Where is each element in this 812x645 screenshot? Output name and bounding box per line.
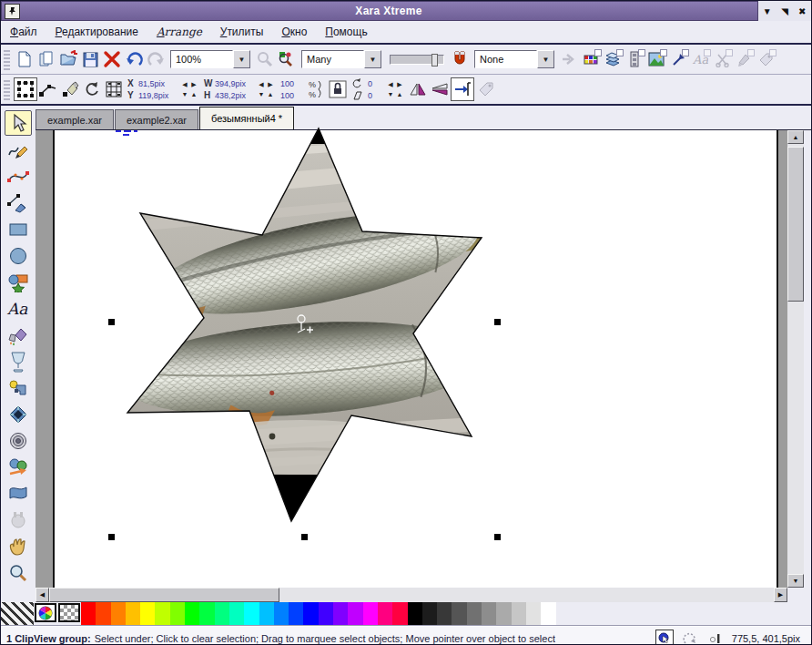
horizontal-scrollbar[interactable]: ◀ ▶ <box>36 588 811 602</box>
live-drag-indicator-icon[interactable] <box>655 630 674 645</box>
pin-icon[interactable] <box>5 4 20 19</box>
effect-value[interactable]: None <box>474 50 537 68</box>
quality-value[interactable]: Many <box>301 50 364 68</box>
zoom-tool[interactable] <box>5 561 31 585</box>
blend-tool[interactable] <box>5 456 31 479</box>
menu-item-5[interactable]: Окно <box>281 26 307 38</box>
push-arrow-icon[interactable] <box>558 48 580 70</box>
quality-slider-handle[interactable] <box>431 54 438 67</box>
palette-swatch-11[interactable] <box>229 602 244 625</box>
menu-item-6[interactable]: Помощь <box>325 26 367 38</box>
rotate-value[interactable]: 0 <box>368 79 381 88</box>
document-tab-2[interactable]: example2.xar <box>115 109 198 129</box>
shape-editor-tool[interactable] <box>5 165 31 189</box>
apply-name-tag-icon[interactable] <box>474 78 496 100</box>
save-button[interactable] <box>79 48 101 70</box>
undo-button[interactable] <box>123 48 145 70</box>
bevel-tool[interactable] <box>5 403 31 426</box>
palette-swatch-20[interactable] <box>363 602 378 625</box>
name-gallery-button[interactable] <box>755 48 776 70</box>
palette-swatch-15[interactable] <box>289 602 303 625</box>
snap-indicator-icon[interactable] <box>681 630 699 645</box>
previous-zoom-button[interactable] <box>254 48 276 70</box>
menu-item-1[interactable]: Файл <box>10 26 37 38</box>
skew-value[interactable]: 0 <box>368 91 381 100</box>
palette-swatch-31[interactable] <box>526 602 541 625</box>
color-gallery-button[interactable] <box>580 48 602 70</box>
palette-swatch-5[interactable] <box>140 602 155 625</box>
palette-swatch-24[interactable] <box>422 602 437 625</box>
palette-swatch-12[interactable] <box>244 602 259 625</box>
flip-vertical-icon[interactable] <box>429 78 451 100</box>
lock-aspect-icon[interactable] <box>327 78 349 100</box>
open-folder-button[interactable] <box>57 48 79 70</box>
zoom-value[interactable]: 100% <box>170 50 233 68</box>
palette-swatch-10[interactable] <box>215 602 229 625</box>
redo-button[interactable] <box>145 48 167 70</box>
delete-button[interactable] <box>101 48 123 70</box>
maximize-icon[interactable]: ◥ <box>777 5 791 18</box>
quality-dropdown-icon[interactable]: ▼ <box>364 50 381 68</box>
bitmap-gallery-button[interactable] <box>645 48 667 70</box>
fill-tool[interactable] <box>5 323 31 347</box>
mould-tool[interactable] <box>5 482 31 506</box>
zoom-to-drawing-button[interactable] <box>276 48 298 70</box>
palette-swatch-7[interactable] <box>170 602 185 625</box>
palette-swatch-9[interactable] <box>199 602 214 625</box>
scroll-up-icon[interactable]: ▲ <box>787 130 804 144</box>
palette-swatch-22[interactable] <box>392 602 407 625</box>
palette-swatch-8[interactable] <box>185 602 199 625</box>
vertical-scroll-thumb[interactable] <box>787 147 804 302</box>
effect-dropdown-icon[interactable]: ▼ <box>537 50 554 68</box>
horizontal-scroll-track[interactable] <box>279 588 774 602</box>
palette-swatch-13[interactable] <box>259 602 274 625</box>
x-value[interactable]: 81,5pix <box>138 79 175 88</box>
palette-swatch-32[interactable] <box>541 602 555 625</box>
scale-x-value[interactable]: 100 <box>280 79 302 88</box>
palette-swatch-16[interactable] <box>303 602 318 625</box>
menu-item-3[interactable]: Arrange <box>157 26 202 38</box>
ellipse-tool[interactable] <box>5 244 31 268</box>
y-value[interactable]: 119,8pix <box>138 91 175 100</box>
layer-gallery-button[interactable] <box>602 48 624 70</box>
palette-swatch-2[interactable] <box>96 602 110 625</box>
page-canvas[interactable] <box>53 130 778 588</box>
rectangle-tool[interactable] <box>5 218 31 241</box>
push-tool[interactable] <box>5 535 31 558</box>
snap-grid-icon[interactable] <box>103 78 125 100</box>
palette-swatch-27[interactable] <box>467 602 482 625</box>
palette-swatch-6[interactable] <box>155 602 169 625</box>
line-gallery-button[interactable] <box>667 48 689 70</box>
palette-swatch-3[interactable] <box>111 602 126 625</box>
palette-swatch-26[interactable] <box>452 602 466 625</box>
zoom-dropdown-icon[interactable]: ▼ <box>233 50 250 68</box>
clipart-gallery-button[interactable] <box>711 48 733 70</box>
palette-swatch-1[interactable] <box>81 602 96 625</box>
palette-swatch-25[interactable] <box>437 602 452 625</box>
palette-swatch-19[interactable] <box>348 602 362 625</box>
selector-tool[interactable] <box>5 110 32 136</box>
toolbar-grip-2[interactable] <box>4 78 10 100</box>
palette-swatch-21[interactable] <box>378 602 392 625</box>
fill-gallery-button[interactable] <box>733 48 755 70</box>
palette-swatch-29[interactable] <box>496 602 511 625</box>
shadow-tool[interactable] <box>5 376 31 400</box>
h-value[interactable]: 438,2pix <box>215 91 251 100</box>
palette-swatch-28[interactable] <box>482 602 496 625</box>
transparency-tool[interactable] <box>5 350 31 374</box>
toolbar-grip[interactable] <box>4 48 10 70</box>
quickshape-tool[interactable] <box>5 271 31 294</box>
close-icon[interactable]: ✖ <box>796 5 809 18</box>
palette-swatch-30[interactable] <box>512 602 526 625</box>
angle-nudge-arrows[interactable]: ◀▶▼▲ <box>386 79 404 99</box>
pasteboard-right[interactable] <box>778 130 787 588</box>
scroll-left-icon[interactable]: ◀ <box>36 588 49 602</box>
no-color-button[interactable] <box>58 603 80 622</box>
palette-swatch-14[interactable] <box>274 602 289 625</box>
vertical-scroll-track[interactable] <box>787 144 804 574</box>
live-effects-tool[interactable] <box>5 508 31 532</box>
palette-swatch-18[interactable] <box>333 602 348 625</box>
scroll-down-icon[interactable]: ▼ <box>787 574 804 588</box>
size-nudge-arrows[interactable]: ◀▶▼▲ <box>257 79 275 99</box>
contour-tool[interactable] <box>5 429 31 453</box>
